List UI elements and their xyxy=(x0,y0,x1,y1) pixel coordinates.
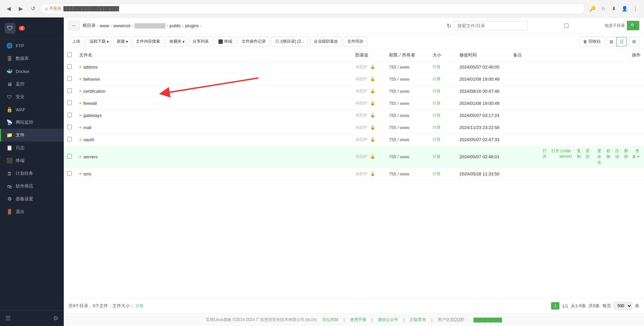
file-name[interactable]: certification xyxy=(83,89,105,94)
row-checkbox[interactable] xyxy=(67,76,72,81)
search-button[interactable]: 🔍 xyxy=(627,21,639,30)
back-button[interactable]: ◀ xyxy=(4,4,13,13)
row-action[interactable]: 权限 xyxy=(604,148,612,165)
row-checkbox[interactable] xyxy=(67,171,72,176)
file-name[interactable]: addons xyxy=(83,65,98,70)
breadcrumb-root[interactable]: 根目录 xyxy=(83,23,96,29)
size-calc-link[interactable]: 计算 xyxy=(433,137,441,142)
sidebar-item-settings[interactable]: ⚙ 面板设置 xyxy=(0,193,64,205)
size-calc-link[interactable]: 计算 xyxy=(433,171,441,176)
table-row[interactable]: ▪sms未防护 🔓755 / www计算2024/05/28 11:33:50 xyxy=(64,168,644,180)
view-grid-button[interactable]: ⊞ xyxy=(606,37,616,46)
size-calc-link[interactable]: 计算 xyxy=(433,89,441,93)
actions-cell[interactable]: 打开|打开 (code-server)|复制|剪切|重命名|权限|压缩|删除|更… xyxy=(537,146,644,168)
file-name[interactable]: behavior xyxy=(83,77,100,82)
size-calc-link[interactable]: 计算 xyxy=(433,65,441,69)
size-calc-link[interactable]: 计算 xyxy=(433,125,441,130)
size-calc-link[interactable]: 计算 xyxy=(433,154,441,159)
file-settings-button[interactable]: ⚙ xyxy=(629,37,639,46)
sidebar-menu-icon[interactable]: ☰ xyxy=(5,315,11,322)
size-calc-link[interactable]: 计算 xyxy=(433,101,441,106)
page-1-button[interactable]: 1 xyxy=(551,302,559,310)
sidebar-bottom-settings-icon[interactable]: ⚙ xyxy=(53,315,58,322)
breadcrumb-www[interactable]: www xyxy=(100,23,109,28)
file-sync-button[interactable]: 文件同步 xyxy=(344,37,367,46)
footer-calc-link[interactable]: 计算 xyxy=(136,303,144,308)
breadcrumb-wwwroot[interactable]: wwwroot xyxy=(113,23,131,28)
address-text[interactable]: ██████████████████ xyxy=(63,6,581,11)
new-button[interactable]: 新建 ▾ xyxy=(113,37,130,46)
forum-link[interactable]: 论坛求助 xyxy=(322,317,338,323)
row-checkbox[interactable] xyxy=(67,125,72,129)
content-search-button[interactable]: 文件内容搜索 xyxy=(132,37,164,46)
file-name[interactable]: mail xyxy=(83,125,91,130)
sidebar-item-database[interactable]: 🗄 数据库 xyxy=(0,52,64,65)
row-checkbox[interactable] xyxy=(67,113,72,117)
enterprise-tamper-button[interactable]: 企业级防篡改 xyxy=(310,37,342,46)
sidebar-item-appstore[interactable]: 🛍 软件商店 xyxy=(0,180,64,193)
row-checkbox[interactable] xyxy=(67,154,72,159)
table-row[interactable]: ▪firewall未防护 🔓755 / www计算2024/01/08 19:0… xyxy=(64,97,644,110)
key-icon[interactable]: 🔑 xyxy=(588,4,597,13)
per-page-select[interactable]: 500 100 200 xyxy=(614,302,632,310)
file-name[interactable]: firewall xyxy=(83,101,97,106)
row-checkbox[interactable] xyxy=(67,64,72,69)
star-button[interactable]: ☆ xyxy=(598,4,608,13)
file-ops-button[interactable]: 文件操作记录 xyxy=(238,37,269,46)
sidebar-item-waf[interactable]: 🔒 WAF xyxy=(0,103,64,116)
terminal-button[interactable]: ⬛ 终端 xyxy=(214,37,236,46)
breadcrumb-refresh-button[interactable]: ↻ xyxy=(447,23,451,29)
table-row[interactable]: ▪behavior未防护 🔓755 / www计算2024/01/08 19:0… xyxy=(64,73,644,85)
row-checkbox[interactable] xyxy=(67,88,72,93)
include-subdirs-checkbox[interactable] xyxy=(530,24,603,28)
sidebar-item-ftp[interactable]: 🌐 FTP xyxy=(0,39,64,52)
row-action[interactable]: 剪切 xyxy=(583,148,591,165)
upload-button[interactable]: 上传 xyxy=(68,37,84,46)
sidebar-item-cron[interactable]: 🗓 计划任务 xyxy=(0,167,64,180)
download-button[interactable]: ⬇ xyxy=(609,4,618,13)
breadcrumb-public[interactable]: public xyxy=(169,23,181,28)
sidebar-item-logout[interactable]: 🚪 退出 xyxy=(0,205,64,218)
verify-link[interactable]: 正版查询 xyxy=(410,317,426,323)
file-name[interactable]: gateways xyxy=(83,113,102,118)
sidebar-item-website-monitor[interactable]: 📡 网站监控 xyxy=(0,116,64,129)
manual-link[interactable]: 使用手册 xyxy=(350,317,366,323)
breadcrumb-domain[interactable]: ██████████ xyxy=(135,23,165,28)
select-all-checkbox[interactable] xyxy=(67,52,72,57)
table-row[interactable]: ▪servers未防护 🔓755 / www计算2024/05/07 02:48… xyxy=(64,146,644,168)
menu-button[interactable]: ⋮ xyxy=(631,4,640,13)
table-row[interactable]: ▪certification未防护 🔓755 / www计算2024/08/16… xyxy=(64,85,644,97)
share-list-button[interactable]: 分享列表 xyxy=(189,37,212,46)
row-action[interactable]: 压缩 xyxy=(613,148,621,165)
sidebar-item-terminal[interactable]: ⬛ 终端 xyxy=(0,154,64,167)
forward-button[interactable]: ▶ xyxy=(16,4,26,13)
root-button[interactable]: ▤ /(根目录) (2... xyxy=(271,37,308,46)
size-calc-link[interactable]: 计算 xyxy=(433,113,441,118)
row-action[interactable]: 打开 (code-server) xyxy=(549,148,573,165)
table-row[interactable]: ▪mail未防护 🔓755 / www计算2024/11/23 23:22:58 xyxy=(64,122,644,134)
file-name[interactable]: servers xyxy=(83,154,98,159)
row-checkbox[interactable] xyxy=(67,100,72,105)
remote-download-button[interactable]: 远程下载 ▾ xyxy=(86,37,111,46)
table-row[interactable]: ▪gateways未防护 🔓755 / www计算2024/05/07 03:1… xyxy=(64,110,644,122)
row-checkbox[interactable] xyxy=(67,137,72,141)
table-row[interactable]: ▪addons未防护 🔓755 / www计算2024/05/07 02:46:… xyxy=(64,61,644,73)
profile-button[interactable]: 👤 xyxy=(620,4,629,13)
row-action[interactable]: 复制 xyxy=(574,148,582,165)
trash-button[interactable]: 🗑 回收站 xyxy=(580,37,604,46)
sidebar-item-docker[interactable]: 🐳 Docker xyxy=(0,65,64,78)
row-action[interactable]: 打开 xyxy=(540,148,548,165)
favorites-button[interactable]: 收藏夹 ▾ xyxy=(166,37,187,46)
search-input[interactable] xyxy=(454,21,528,30)
file-name[interactable]: sms xyxy=(83,171,91,176)
reload-button[interactable]: ↺ xyxy=(28,4,38,13)
include-subdirs-label[interactable]: 包含子目录 xyxy=(530,23,625,29)
sidebar-item-files[interactable]: 📁 文件 xyxy=(0,129,64,141)
row-action[interactable]: 删除 xyxy=(622,148,630,165)
row-action-more[interactable]: 更多 ▾ xyxy=(631,148,641,165)
table-row[interactable]: ▪oauth未防护 🔓755 / www计算2024/05/07 02:47:3… xyxy=(64,134,644,146)
sidebar-item-monitor[interactable]: 🖥 监控 xyxy=(0,78,64,90)
qq-value[interactable]: ██████████ xyxy=(474,318,502,322)
sidebar-item-security[interactable]: 🛡 安全 xyxy=(0,90,64,103)
row-action[interactable]: 重命名 xyxy=(592,148,603,165)
